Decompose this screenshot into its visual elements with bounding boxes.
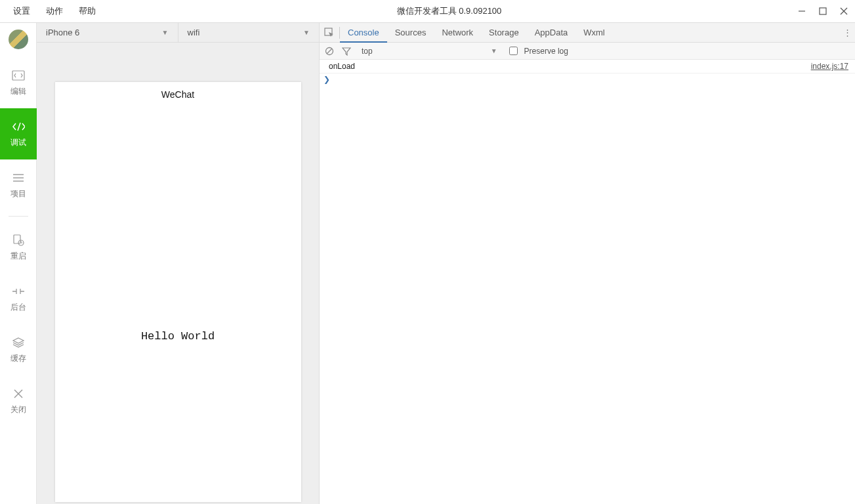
menu-settings[interactable]: 设置 [5, 5, 38, 17]
svg-rect-8 [14, 235, 20, 243]
more-icon[interactable]: ⋮ [841, 28, 855, 37]
debug-icon [12, 120, 25, 133]
devtools-tabs: Console Sources Network Storage AppData … [320, 23, 855, 43]
sidebar-label: 编辑 [10, 86, 26, 97]
preserve-log-label: Preserve log [524, 47, 568, 56]
tab-console[interactable]: Console [340, 23, 387, 43]
chevron-down-icon: ▼ [162, 29, 169, 36]
minimize-icon[interactable] [795, 4, 809, 18]
chevron-down-icon: ▼ [303, 29, 310, 36]
sidebar-label: 关闭 [10, 404, 26, 415]
console-entry: onLoad index.js:17 [320, 60, 855, 74]
phone-frame: WeChat Hello World [55, 82, 301, 502]
sidebar-label: 后台 [10, 302, 26, 313]
x-icon [12, 387, 25, 400]
svg-line-14 [327, 49, 332, 54]
menu-help[interactable]: 帮助 [71, 5, 104, 17]
menu-actions[interactable]: 动作 [38, 5, 71, 17]
sidebar-item-project[interactable]: 项目 [0, 159, 37, 211]
background-icon [12, 285, 25, 298]
sidebar-divider [9, 216, 28, 217]
element-picker-icon[interactable] [320, 28, 339, 38]
window-controls [795, 4, 855, 18]
simulator-panel: iPhone 6 ▼ wifi ▼ WeChat Hello World [37, 23, 319, 504]
sidebar-item-cache[interactable]: 缓存 [0, 324, 37, 375]
tab-sources[interactable]: Sources [387, 23, 434, 43]
tab-wxml[interactable]: Wxml [575, 23, 613, 43]
sidebar-item-restart[interactable]: 重启 [0, 222, 37, 273]
device-label: iPhone 6 [46, 28, 79, 37]
title-bar: 设置 动作 帮助 微信开发者工具 0.9.092100 [0, 0, 855, 23]
simulator-viewport: WeChat Hello World [37, 43, 319, 504]
devtools-panel: Console Sources Network Storage AppData … [319, 23, 855, 504]
chevron-down-icon: ▼ [491, 47, 497, 54]
maximize-icon[interactable] [816, 4, 830, 18]
main-menu: 设置 动作 帮助 [0, 5, 104, 17]
scope-select[interactable]: top [359, 47, 373, 56]
log-source-link[interactable]: index.js:17 [811, 62, 848, 71]
device-select[interactable]: iPhone 6 ▼ [37, 23, 178, 42]
log-message: onLoad [329, 62, 355, 71]
simulator-toolbar: iPhone 6 ▼ wifi ▼ [37, 23, 319, 43]
console-output: onLoad index.js:17 ❯ [320, 60, 855, 504]
clear-icon[interactable] [325, 47, 335, 56]
sidebar-item-background[interactable]: 后台 [0, 273, 37, 324]
preserve-log-checkbox[interactable] [509, 47, 518, 55]
tab-network[interactable]: Network [434, 23, 481, 43]
tab-appdata[interactable]: AppData [527, 23, 576, 43]
sidebar-label: 重启 [10, 251, 26, 262]
console-filter-bar: top ▼ Preserve log [320, 43, 855, 60]
sidebar-item-debug[interactable]: 调试 [0, 108, 37, 159]
sidebar-label: 缓存 [10, 353, 26, 364]
filter-icon[interactable] [342, 47, 352, 56]
network-select[interactable]: wifi ▼ [178, 23, 320, 42]
list-icon [12, 171, 25, 184]
network-label: wifi [188, 28, 200, 37]
close-icon[interactable] [837, 4, 851, 18]
sidebar-label: 项目 [10, 188, 26, 200]
app-title: WeChat [55, 82, 301, 107]
restart-icon [12, 234, 25, 247]
app-content: Hello World [55, 107, 301, 502]
avatar[interactable] [9, 30, 28, 49]
sidebar-item-close[interactable]: 关闭 [0, 375, 37, 427]
sidebar-item-edit[interactable]: 编辑 [0, 57, 37, 108]
left-sidebar: 编辑 调试 项目 重启 后台 缓存 关闭 [0, 23, 37, 504]
svg-rect-1 [820, 8, 826, 14]
sidebar-label: 调试 [10, 137, 26, 148]
console-prompt[interactable]: ❯ [320, 74, 855, 85]
window-title: 微信开发者工具 0.9.092100 [104, 5, 795, 17]
tab-storage[interactable]: Storage [481, 23, 527, 43]
code-icon [12, 69, 25, 82]
layers-icon [12, 336, 25, 349]
